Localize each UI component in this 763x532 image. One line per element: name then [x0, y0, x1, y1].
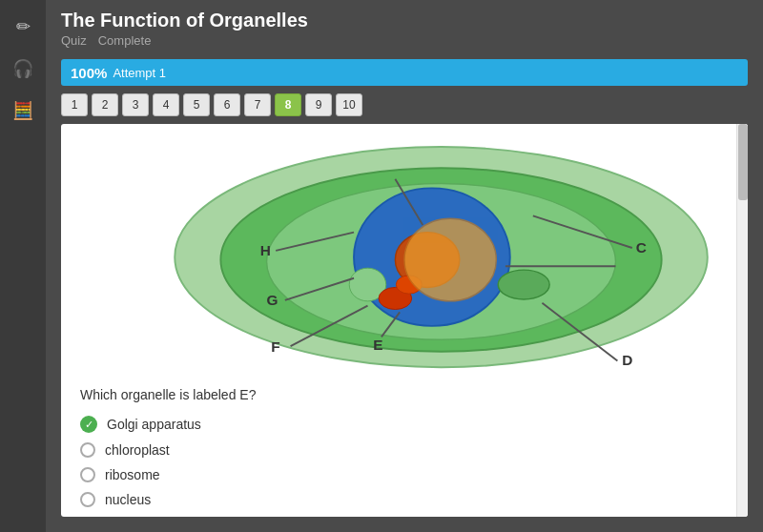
svg-point-8 [404, 218, 496, 301]
scrollbar-thumb[interactable] [738, 124, 748, 200]
question-nav-btn-5[interactable]: 5 [183, 93, 210, 116]
progress-attempt: Attempt 1 [113, 66, 166, 80]
radio-circle-3[interactable] [80, 492, 95, 507]
svg-text:G: G [267, 292, 278, 308]
question-section: Which organelle is labeled E? ✓Golgi app… [61, 372, 748, 517]
pencil-icon[interactable]: ✏ [6, 10, 40, 44]
svg-text:E: E [373, 337, 382, 353]
answer-option-2[interactable]: ribosome [80, 467, 729, 482]
headphone-icon[interactable]: 🎧 [6, 51, 40, 86]
svg-point-9 [498, 270, 549, 299]
progress-bar: 100% Attempt 1 [61, 59, 748, 86]
answer-option-1[interactable]: chloroplast [80, 442, 729, 458]
question-nav-btn-8[interactable]: 8 [275, 93, 301, 116]
answer-label-1: chloroplast [105, 442, 170, 458]
answer-label-3: nucleus [105, 492, 151, 507]
question-nav-btn-4[interactable]: 4 [153, 93, 179, 116]
complete-label: Complete [98, 33, 152, 48]
question-navigation: 12345678910 [46, 86, 763, 124]
main-content: The Function of Organelles Quiz Complete… [46, 0, 763, 532]
answers-container: ✓Golgi apparatuschloroplastribosomenucle… [80, 416, 729, 507]
sidebar: ✏ 🎧 🧮 [0, 0, 46, 532]
question-text: Which organelle is labeled E? [80, 387, 729, 402]
quiz-label: Quiz [61, 33, 87, 48]
calculator-icon[interactable]: 🧮 [6, 93, 40, 128]
content-area: H G F E C D [61, 124, 748, 517]
header: The Function of Organelles Quiz Complete [46, 0, 763, 53]
page-title: The Function of Organelles [61, 10, 748, 31]
progress-percent: 100% [71, 65, 107, 81]
question-nav-btn-7[interactable]: 7 [244, 93, 271, 116]
svg-text:F: F [271, 338, 279, 355]
radio-circle-2[interactable] [80, 467, 95, 482]
question-nav-btn-9[interactable]: 9 [305, 93, 332, 116]
radio-circle-1[interactable] [80, 442, 95, 458]
question-nav-btn-3[interactable]: 3 [122, 93, 149, 116]
question-nav-btn-10[interactable]: 10 [336, 93, 362, 116]
answer-option-3[interactable]: nucleus [80, 492, 729, 507]
answer-label-2: ribosome [105, 467, 160, 482]
answer-label-0: Golgi apparatus [107, 417, 201, 432]
svg-text:H: H [260, 242, 271, 258]
svg-text:C: C [636, 239, 647, 256]
header-subtitle: Quiz Complete [61, 33, 748, 48]
cell-diagram: H G F E C D [61, 124, 748, 372]
question-nav-btn-1[interactable]: 1 [61, 93, 88, 116]
question-nav-btn-6[interactable]: 6 [214, 93, 240, 116]
svg-text:D: D [622, 352, 632, 368]
correct-check-icon: ✓ [80, 416, 97, 433]
question-nav-btn-2[interactable]: 2 [92, 93, 118, 116]
answer-option-0[interactable]: ✓Golgi apparatus [80, 416, 729, 433]
scrollbar[interactable] [736, 124, 748, 517]
